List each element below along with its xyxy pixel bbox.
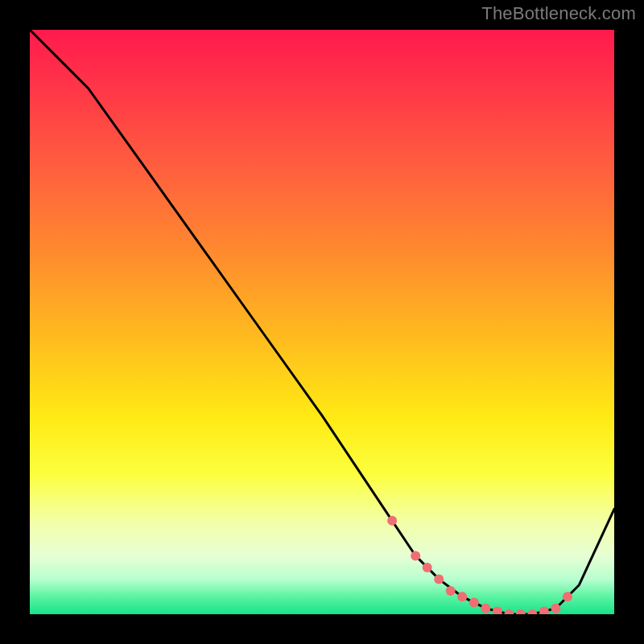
chart-stage: TheBottleneck.com [0, 0, 644, 644]
marker-dot [516, 609, 526, 614]
marker-dot [563, 592, 572, 601]
marker-dot [504, 609, 514, 614]
marker-dot [446, 586, 456, 596]
marker-dot [493, 606, 502, 614]
curve-path [30, 30, 614, 614]
marker-dot [411, 551, 420, 560]
trough-markers [387, 516, 572, 614]
marker-dot [481, 604, 490, 613]
plot-area [30, 30, 614, 614]
marker-dot [469, 598, 479, 608]
attribution-text: TheBottleneck.com [481, 3, 636, 24]
marker-dot [434, 574, 444, 584]
marker-dot [527, 609, 537, 614]
marker-dot [387, 516, 397, 526]
marker-dot [539, 606, 549, 614]
chart-svg [30, 30, 614, 614]
marker-dot [457, 592, 467, 601]
marker-dot [423, 563, 432, 572]
marker-dot [551, 604, 560, 613]
